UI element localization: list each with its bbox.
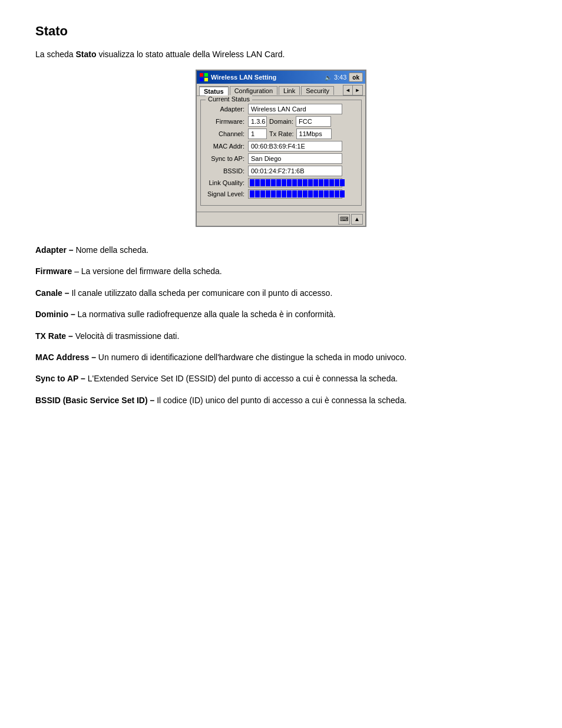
- bar-seg-11: [303, 179, 308, 186]
- bssid-label: BSSID:: [206, 167, 248, 174]
- bar-seg-7: [282, 179, 286, 186]
- sig-seg-5: [271, 190, 276, 197]
- tab-configuration[interactable]: Configuration: [230, 86, 277, 95]
- desc-mac-text: Un numero di identificazione dell'hardwa…: [96, 353, 406, 362]
- svg-rect-0: [200, 73, 203, 77]
- dialog-taskbar: ⌨ ▲: [197, 212, 365, 226]
- desc-firmware: Firmware – La versione del firmware dell…: [35, 265, 527, 278]
- dialog-tabs: Status Configuration Link Security ◄ ►: [197, 84, 365, 96]
- bar-seg-12: [308, 179, 313, 186]
- bar-seg-14: [319, 179, 323, 186]
- firmware-row: Firmware: 1.3.6 Domain: FCC: [206, 116, 356, 127]
- desc-bssid: BSSID (Basic Service Set ID) – Il codice…: [35, 394, 527, 407]
- sync-row: Sync to AP: San Diego: [206, 153, 356, 164]
- sig-seg-12: [308, 190, 313, 197]
- txrate-value: 11Mbps: [296, 129, 332, 139]
- desc-dominio-text: La normativa sulle radiofrequenze alla q…: [75, 309, 336, 319]
- sync-value: San Diego: [248, 153, 342, 164]
- bar-seg-9: [292, 179, 297, 186]
- domain-value: FCC: [296, 116, 331, 127]
- tab-next-arrow[interactable]: ►: [353, 85, 362, 95]
- bssid-value: 00:01:24:F2:71:6B: [248, 166, 342, 176]
- svg-rect-1: [204, 73, 208, 77]
- bar-seg-8: [287, 179, 292, 186]
- page-title: Stato: [35, 24, 527, 39]
- desc-mac-bold: MAC Address –: [35, 353, 96, 362]
- group-legend: Current Status: [206, 95, 252, 103]
- desc-firmware-bold: Firmware: [35, 266, 72, 276]
- desc-sync: Sync to AP – L'Extended Service Set ID (…: [35, 372, 527, 385]
- sig-seg-18: [340, 190, 345, 197]
- desc-mac: MAC Address – Un numero di identificazio…: [35, 351, 527, 364]
- bar-seg-18: [340, 179, 345, 186]
- bar-seg-6: [276, 179, 281, 186]
- sig-seg-8: [287, 190, 292, 197]
- sig-seg-3: [260, 190, 265, 197]
- firmware-inline: 1.3.6 Domain: FCC: [248, 116, 331, 127]
- firmware-value: 1.3.6: [248, 116, 267, 127]
- signal-level-row: Signal Level:: [206, 189, 356, 199]
- desc-sync-text: L'Extended Service Set ID (ESSID) del pu…: [85, 374, 398, 383]
- link-quality-bar: [248, 178, 342, 187]
- desc-firmware-text: – La versione del firmware della scheda.: [72, 266, 222, 276]
- intro-text-before: La scheda: [35, 50, 76, 59]
- bar-seg-2: [255, 179, 260, 186]
- txrate-label: Tx Rate:: [269, 130, 294, 137]
- tab-link[interactable]: Link: [279, 86, 300, 95]
- sig-seg-13: [313, 190, 318, 197]
- bssid-row: BSSID: 00:01:24:F2:71:6B: [206, 166, 356, 176]
- dialog-wrapper: Wireless LAN Setting 🔈 3:43 ok Status Co…: [35, 70, 527, 227]
- bar-seg-15: [324, 179, 329, 186]
- ok-button[interactable]: ok: [349, 73, 363, 82]
- link-quality-label: Link Quality:: [206, 179, 248, 186]
- desc-dominio: Dominio – La normativa sulle radiofreque…: [35, 308, 527, 321]
- intro-paragraph: La scheda Stato visualizza lo stato attu…: [35, 50, 527, 59]
- channel-value: 1: [248, 129, 267, 139]
- descriptions-section: Adapter – Nome della scheda. Firmware – …: [35, 243, 527, 407]
- up-arrow-icon[interactable]: ▲: [351, 214, 363, 225]
- wireless-lan-dialog: Wireless LAN Setting 🔈 3:43 ok Status Co…: [196, 70, 366, 227]
- tab-prev-arrow[interactable]: ◄: [343, 85, 353, 95]
- sig-seg-9: [292, 190, 297, 197]
- bar-seg-13: [313, 179, 318, 186]
- tab-nav-arrows: ◄ ►: [343, 85, 363, 95]
- signal-level-bar: [248, 189, 342, 199]
- bar-seg-10: [297, 179, 302, 186]
- firmware-label: Firmware:: [206, 118, 248, 125]
- tab-status[interactable]: Status: [199, 86, 229, 95]
- domain-label: Domain:: [269, 118, 293, 125]
- desc-adapter-bold: Adapter –: [35, 245, 74, 255]
- svg-rect-2: [200, 78, 203, 81]
- desc-adapter-text: Nome della scheda.: [74, 245, 149, 255]
- sig-seg-1: [250, 190, 254, 197]
- sig-seg-7: [282, 190, 286, 197]
- desc-bssid-text: Il codice (ID) unico del punto di access…: [154, 396, 406, 405]
- bar-seg-3: [260, 179, 265, 186]
- dialog-title: Wireless LAN Setting: [211, 74, 322, 81]
- sync-label: Sync to AP:: [206, 155, 248, 162]
- desc-sync-bold: Sync to AP –: [35, 374, 85, 383]
- windows-logo-icon: [199, 73, 209, 82]
- desc-txrate: TX Rate – Velocità di trasmissione dati.: [35, 330, 527, 342]
- sig-seg-6: [276, 190, 281, 197]
- time-display: 3:43: [334, 74, 346, 81]
- sig-seg-14: [319, 190, 323, 197]
- intro-bold: Stato: [76, 50, 97, 59]
- channel-inline: 1 Tx Rate: 11Mbps: [248, 129, 332, 139]
- desc-dominio-bold: Dominio –: [35, 309, 75, 319]
- bar-seg-16: [329, 179, 334, 186]
- desc-canale: Canale – Il canale utilizzato dalla sche…: [35, 286, 527, 299]
- tab-security[interactable]: Security: [301, 86, 334, 95]
- desc-bssid-bold: BSSID (Basic Service Set ID) –: [35, 396, 154, 405]
- desc-canale-bold: Canale –: [35, 288, 70, 298]
- adapter-row: Adapter: Wireless LAN Card: [206, 104, 356, 114]
- sig-seg-4: [266, 190, 270, 197]
- mac-label: MAC Addr:: [206, 143, 248, 150]
- desc-txrate-text: Velocità di trasmissione dati.: [73, 331, 180, 341]
- current-status-group: Current Status Adapter: Wireless LAN Car…: [200, 100, 362, 206]
- desc-txrate-bold: TX Rate –: [35, 331, 73, 341]
- sig-seg-16: [329, 190, 334, 197]
- link-quality-row: Link Quality:: [206, 178, 356, 187]
- keyboard-icon[interactable]: ⌨: [338, 214, 350, 225]
- sig-seg-2: [255, 190, 260, 197]
